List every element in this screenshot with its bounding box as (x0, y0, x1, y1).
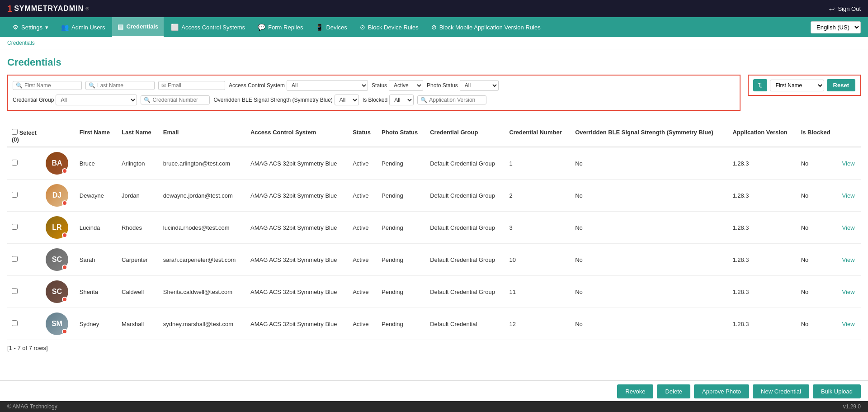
ble-cell: No (571, 147, 728, 180)
is-blocked-filter-wrap: Is Blocked All Yes No (363, 95, 414, 105)
row-checkbox-1[interactable] (12, 160, 18, 166)
app-version-cell: 1.28.3 (728, 212, 796, 244)
photo-status-cell: Pending (377, 308, 425, 340)
photo-status-filter-label: Photo Status (427, 82, 458, 89)
app-version-cell: 1.28.3 (728, 308, 796, 340)
credential-number-cell: 11 (505, 276, 571, 308)
credential-group-cell: Default Credential Group (425, 212, 505, 244)
view-link-2[interactable]: View (842, 192, 855, 199)
nav-label-devices: Devices (326, 24, 347, 31)
language-select[interactable]: English (US) (811, 21, 861, 33)
ble-filter-select[interactable]: All Yes No (335, 95, 359, 105)
page-title: Credentials (7, 57, 861, 68)
acs-filter-select[interactable]: All (287, 80, 368, 91)
nav-label-acs: Access Control Systems (181, 24, 245, 31)
app-version-filter-wrap: 🔍 (417, 95, 486, 104)
revoke-button[interactable]: Revoke (617, 384, 653, 398)
app-version-input[interactable] (429, 97, 483, 103)
first-name-filter-wrap: 🔍 (13, 81, 82, 90)
status-cell: Active (348, 308, 377, 340)
nav-item-block-device-rules[interactable]: ⊘ Block Device Rules (354, 17, 424, 37)
last-name-cell: Carpenter (117, 244, 159, 276)
row-checkbox-3[interactable] (12, 224, 18, 230)
view-cell: View (838, 180, 861, 212)
logo-text: SYMMETRYADMIN (14, 5, 84, 13)
filter-row-1: 🔍 🔍 ✉ Access Control System Al (13, 80, 735, 91)
select-all-checkbox[interactable] (12, 129, 18, 135)
row-checkbox-2[interactable] (12, 192, 18, 198)
status-filter-select[interactable]: Active Inactive (389, 80, 423, 91)
pagination-info: [1 - 7 of 7 rows] (7, 340, 861, 356)
nav-item-devices[interactable]: 📱 Devices (310, 17, 352, 37)
table-row: BA Bruce Arlington bruce.arlington@test.… (7, 147, 861, 180)
last-name-cell: Rhodes (117, 212, 159, 244)
nav-item-credentials[interactable]: ▤ Credentials (112, 17, 164, 37)
footer-actions: Revoke Delete Approve Photo New Credenti… (617, 384, 861, 398)
app-version-cell: 1.28.3 (728, 147, 796, 180)
nav-label-admin-users: Admin Users (71, 24, 105, 31)
first-name-cell: Bruce (75, 147, 117, 180)
admin-users-icon: 👥 (61, 24, 69, 31)
devices-icon: 📱 (316, 24, 323, 31)
nav-item-form-replies[interactable]: 💬 Form Replies (252, 17, 308, 37)
view-link-3[interactable]: View (842, 224, 855, 231)
is-blocked-cell: No (797, 180, 838, 212)
sign-out-label: Sign Out (838, 5, 861, 12)
ble-cell: No (571, 308, 728, 340)
credential-group-select[interactable]: All (56, 95, 137, 105)
th-credential-group: Credential Group (425, 125, 505, 147)
table-wrap: Select (0) First Name Last Name Email Ac… (7, 125, 861, 356)
action-footer: Revoke Delete Approve Photo New Credenti… (0, 380, 868, 402)
row-checkbox-6[interactable] (12, 320, 18, 326)
photo-status-filter-select[interactable]: All Pending Approved (460, 80, 499, 91)
nav-item-settings[interactable]: ⚙ Settings ▾ (7, 17, 54, 37)
acs-icon: ⬜ (171, 24, 179, 31)
photo-status-cell: Pending (377, 180, 425, 212)
nav-item-acs[interactable]: ⬜ Access Control Systems (165, 17, 250, 37)
reset-button[interactable]: Reset (827, 79, 855, 91)
avatar-wrap: BA (46, 152, 68, 175)
row-checkbox-5[interactable] (12, 288, 18, 294)
sort-icon: ⇅ (758, 82, 763, 89)
breadcrumb-credentials[interactable]: Credentials (7, 40, 35, 46)
sort-button[interactable]: ⇅ (753, 79, 767, 91)
select-count: (0) (12, 136, 19, 143)
table-row: SC Sarah Carpenter sarah.carpeneter@test… (7, 244, 861, 276)
new-credential-button[interactable]: New Credential (753, 384, 809, 398)
email-cell: Sherita.caldwell@test.com (159, 276, 246, 308)
email-filter-wrap: ✉ (158, 81, 225, 90)
is-blocked-filter-select[interactable]: All Yes No (389, 95, 414, 105)
delete-button[interactable]: Delete (657, 384, 690, 398)
row-checkbox-cell (7, 212, 41, 244)
photo-status-cell: Pending (377, 244, 425, 276)
last-name-search-icon: 🔍 (89, 82, 95, 89)
is-blocked-cell: No (797, 244, 838, 276)
sign-out-button[interactable]: ⮐ Sign Out (829, 5, 861, 12)
credential-number-input[interactable] (152, 97, 207, 103)
row-checkbox-4[interactable] (12, 256, 18, 262)
last-name-cell: Arlington (117, 147, 159, 180)
view-link-1[interactable]: View (842, 160, 855, 167)
view-link-5[interactable]: View (842, 289, 855, 295)
approve-photo-button[interactable]: Approve Photo (694, 384, 749, 398)
email-cell: lucinda.rhodes@test.com (159, 212, 246, 244)
credential-group-label: Credential Group (13, 97, 54, 103)
nav-item-block-mobile-rules[interactable]: ⊘ Block Mobile Application Version Rules (426, 17, 546, 37)
acs-filter-wrap: Access Control System All (229, 80, 368, 91)
nav-item-admin-users[interactable]: 👥 Admin Users (56, 17, 110, 37)
avatar-cell: BA (41, 147, 75, 180)
select-header: Select (0) (7, 125, 41, 147)
view-link-6[interactable]: View (842, 321, 855, 327)
first-name-input[interactable] (24, 82, 79, 89)
bulk-upload-button[interactable]: Bulk Upload (813, 384, 861, 398)
nav-label-form-replies: Form Replies (268, 24, 303, 31)
th-status: Status (348, 125, 377, 147)
view-link-4[interactable]: View (842, 256, 855, 263)
logo: 1 SYMMETRYADMIN ® (7, 4, 89, 14)
sort-select[interactable]: First Name Last Name Email (770, 80, 824, 91)
email-input[interactable] (168, 82, 222, 89)
status-filter-wrap: Status Active Inactive (372, 80, 423, 91)
credential-number-cell: 3 (505, 212, 571, 244)
last-name-input[interactable] (97, 82, 151, 89)
avatar-wrap: SC (46, 248, 68, 271)
